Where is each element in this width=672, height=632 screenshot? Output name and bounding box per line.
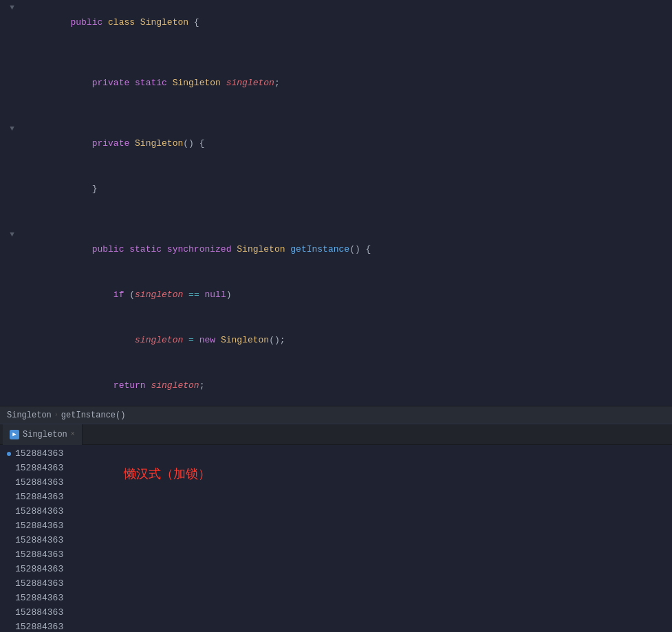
line-gutter-6 (0, 166, 24, 182)
console-output-value-9: 152884363 (15, 562, 63, 576)
line-content-2 (28, 45, 672, 61)
line-content-7 (28, 212, 672, 227)
line-content-9: if (singleton == null) (28, 272, 672, 318)
fold-icon-1[interactable]: ▼ (10, 3, 14, 12)
console-output-line-5: 152884363 (7, 504, 665, 519)
line-gutter-5: ▼ (0, 121, 24, 136)
console-output-value-6: 152884363 (15, 519, 63, 533)
console-indicator-7 (7, 538, 11, 543)
line-content-11: return singleton; (28, 363, 672, 406)
line-gutter-2 (0, 45, 24, 61)
console-indicator-13 (7, 625, 11, 629)
breadcrumb: Singleton › getInstance() (7, 411, 125, 420)
console-output-line-7: 152884363 (7, 533, 665, 547)
console-output-line-12: 152884363 (7, 605, 665, 620)
line-content-5: private Singleton() { (28, 121, 672, 166)
line-gutter-7 (0, 212, 24, 227)
code-line-6: } (0, 166, 672, 212)
code-line-2 (0, 45, 672, 61)
code-line-10: singleton = new Singleton(); (0, 318, 672, 363)
line-gutter-11 (0, 363, 24, 378)
line-content-6: } (28, 166, 672, 212)
code-line-5: ▼ private Singleton() { (0, 121, 672, 166)
code-line-7 (0, 212, 672, 227)
console-output-value-5: 152884363 (15, 504, 63, 519)
console-indicator-11 (7, 596, 11, 600)
console-output-value-7: 152884363 (15, 533, 63, 547)
line-gutter-10 (0, 318, 24, 333)
code-line-4 (0, 106, 672, 121)
code-line-1: ▼ public class Singleton { (0, 0, 672, 45)
console-output-value-12: 152884363 (15, 605, 63, 620)
console-output-line-13: 152884363 (7, 620, 665, 632)
code-line-3: ▼ private static Singleton singleton; (0, 61, 672, 106)
line-content-4 (28, 106, 672, 121)
breadcrumb-class: Singleton (7, 411, 52, 420)
console-indicator-8 (7, 553, 11, 557)
console-tabs: ▶ Singleton × (0, 424, 672, 445)
console-tab-label: Singleton (23, 430, 67, 439)
line-gutter-3: ▼ (0, 61, 24, 76)
console-tab-singleton[interactable]: ▶ Singleton × (3, 424, 83, 445)
console-output-value-13: 152884363 (15, 620, 63, 632)
console-indicator-9 (7, 567, 11, 571)
console-output-line-9: 152884363 (7, 562, 665, 576)
console-indicator-2 (7, 466, 11, 470)
console-area: ▶ Singleton × 懒汉式（加锁） 152884363 15288436… (0, 424, 672, 632)
line-gutter-9 (0, 272, 24, 287)
line-content-3: private static Singleton singleton; (28, 61, 672, 106)
console-indicator-4 (7, 495, 11, 499)
line-gutter-8: ▼ (0, 227, 24, 242)
console-output-line-2: 152884363 (7, 461, 665, 475)
console-output-value-4: 152884363 (15, 490, 63, 504)
line-content-1: public class Singleton { (28, 0, 672, 45)
console-output-value-2: 152884363 (15, 461, 63, 475)
console-output-line-1: 152884363 (7, 446, 665, 461)
console-output-line-6: 152884363 (7, 519, 665, 533)
code-editor[interactable]: ▼ public class Singleton { ▼ private sta… (0, 0, 672, 406)
console-output-line-4: 152884363 (7, 490, 665, 504)
console-output-line-3: 152884363 (7, 475, 665, 490)
fold-icon-5[interactable]: ▼ (10, 124, 14, 133)
console-indicator-1 (7, 452, 11, 456)
fold-icon-8[interactable]: ▼ (10, 230, 14, 239)
console-indicator-10 (7, 582, 11, 586)
console-output-value-8: 152884363 (15, 547, 63, 562)
console-output: 懒汉式（加锁） 152884363 152884363 152884363 15… (0, 445, 672, 632)
code-line-9: if (singleton == null) (0, 272, 672, 318)
code-line-11: return singleton; (0, 363, 672, 406)
console-tab-icon: ▶ (10, 430, 19, 439)
console-output-value-3: 152884363 (15, 475, 63, 490)
line-gutter-4 (0, 106, 24, 121)
console-indicator-3 (7, 481, 11, 485)
console-indicator-5 (7, 510, 11, 514)
line-content-8: public static synchronized Singleton get… (28, 227, 672, 272)
console-output-line-11: 152884363 (7, 591, 665, 605)
console-indicator-12 (7, 611, 11, 615)
console-output-line-10: 152884363 (7, 576, 665, 591)
console-output-line-8: 152884363 (7, 547, 665, 562)
console-tab-close[interactable]: × (71, 431, 75, 438)
editor-container: ▼ public class Singleton { ▼ private sta… (0, 0, 672, 632)
code-line-8: ▼ public static synchronized Singleton g… (0, 227, 672, 272)
line-gutter-1: ▼ (0, 0, 24, 15)
breadcrumb-separator: › (54, 411, 58, 419)
line-content-10: singleton = new Singleton(); (28, 318, 672, 363)
console-output-value-1: 152884363 (15, 446, 63, 461)
console-output-value-11: 152884363 (15, 591, 63, 605)
console-output-value-10: 152884363 (15, 576, 63, 591)
breadcrumb-bar: Singleton › getInstance() (0, 406, 672, 424)
console-indicator-6 (7, 524, 11, 528)
breadcrumb-method: getInstance() (61, 411, 126, 420)
